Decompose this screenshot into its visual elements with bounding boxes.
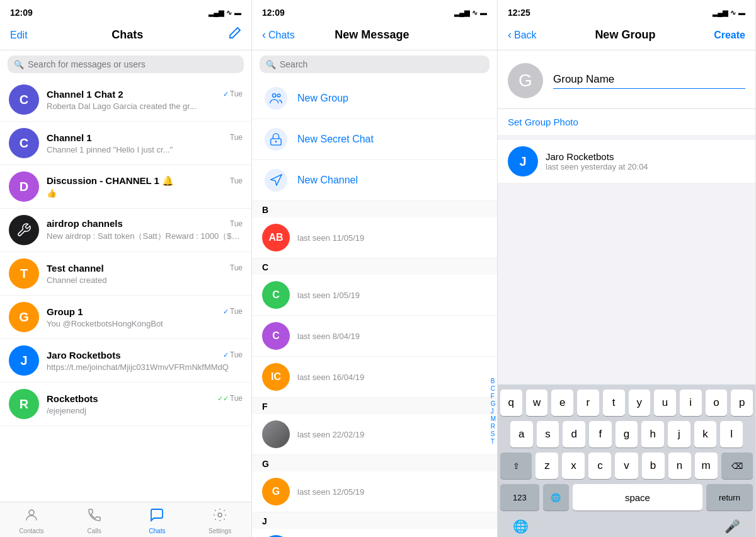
key-123[interactable]: 123 xyxy=(500,484,539,511)
chat-item[interactable]: D Discussion - CHANNEL 1 🔔 Tue 👍 xyxy=(0,165,251,209)
contact-avatar-photo xyxy=(262,420,290,448)
chat-item[interactable]: J Jaro Rocketbots ✓ Tue https://t.me/joi… xyxy=(0,339,251,383)
contact-item[interactable]: C last seen 1/05/19 xyxy=(252,275,497,316)
tab-contacts[interactable]: Contacts xyxy=(0,506,63,536)
nav-bar-1: Edit Chats xyxy=(0,23,251,50)
back-chevron-icon: ‹ xyxy=(262,28,266,42)
key-o[interactable]: o xyxy=(706,390,728,416)
menu-item-new-secret-chat[interactable]: New Secret Chat xyxy=(252,119,497,160)
svg-point-0 xyxy=(29,510,34,515)
svg-point-3 xyxy=(277,94,280,97)
nav-bar-2: ‹ Chats New Message xyxy=(252,23,497,50)
back-chats-label: Chats xyxy=(268,30,295,41)
back-button[interactable]: ‹ Back xyxy=(508,28,537,42)
search-bar-1[interactable]: 🔍 xyxy=(8,55,244,73)
menu-icon-new-channel xyxy=(265,169,287,192)
settings-tab-icon xyxy=(212,507,227,526)
group-setup: G xyxy=(498,50,755,109)
chat-name: Discussion - CHANNEL 1 🔔 xyxy=(47,175,174,187)
new-message-title: New Message xyxy=(335,28,409,42)
tab-calls[interactable]: Calls xyxy=(63,506,126,536)
key-p[interactable]: p xyxy=(731,390,753,416)
chat-time: Tue xyxy=(230,90,243,98)
signal-icon-3: ▂▄▆ xyxy=(713,9,728,17)
contact-item[interactable]: J last seen yesterday at 20:04 xyxy=(252,529,497,537)
new-message-panel: 12:09 ▂▄▆ ∿ ▬ ‹ Chats New Message 🔍 New … xyxy=(252,0,498,537)
key-b[interactable]: b xyxy=(642,453,665,479)
key-s[interactable]: s xyxy=(537,421,559,448)
key-u[interactable]: u xyxy=(654,390,676,416)
contact-item[interactable]: C last seen 8/04/19 xyxy=(252,316,497,357)
menu-icon-new-secret-chat xyxy=(265,128,287,151)
chat-item[interactable]: airdrop channels Tue New airdrop : Satt … xyxy=(0,209,251,252)
key-shift[interactable]: ⇧ xyxy=(500,453,532,479)
compose-icon[interactable] xyxy=(227,26,241,43)
chat-time: Tue xyxy=(230,263,243,272)
key-l[interactable]: l xyxy=(720,421,743,448)
key-h[interactable]: h xyxy=(641,421,664,448)
bottom-tabs: Contacts Calls Chats xyxy=(0,502,251,537)
wifi-icon-1: ∿ xyxy=(226,9,232,17)
section-header-B: B xyxy=(252,201,497,217)
menu-label-new-secret-chat: New Secret Chat xyxy=(297,134,374,145)
key-j[interactable]: j xyxy=(668,421,690,448)
key-d[interactable]: d xyxy=(563,421,585,448)
back-to-chats-button[interactable]: ‹ Chats xyxy=(262,28,295,42)
chat-item[interactable]: T Test channel Tue Channel created xyxy=(0,252,251,296)
search-input-2[interactable] xyxy=(280,59,483,69)
chat-time: Tue xyxy=(230,176,243,185)
chat-time: Tue xyxy=(230,307,243,316)
group-avatar[interactable]: G xyxy=(508,63,543,98)
key-x[interactable]: x xyxy=(562,453,585,479)
key-m[interactable]: m xyxy=(695,453,718,479)
key-e[interactable]: e xyxy=(551,390,573,416)
key-k[interactable]: k xyxy=(694,421,717,448)
contact-item[interactable]: IC last seen 16/04/19 xyxy=(252,357,497,398)
key-a[interactable]: a xyxy=(510,421,533,448)
key-r[interactable]: r xyxy=(577,390,599,416)
keyboard-row-1: q w e r t y u i o p xyxy=(500,390,753,416)
tab-settings[interactable]: Settings xyxy=(188,506,251,536)
chat-item[interactable]: R Rocketbots ✓✓ Tue /ejejenendj xyxy=(0,383,251,426)
chat-item[interactable]: G Group 1 ✓ Tue You @RocketbotsHongKongB… xyxy=(0,296,251,339)
tab-chats[interactable]: Chats xyxy=(126,506,189,536)
new-group-panel: 12:25 ▂▄▆ ∿ ▬ ‹ Back New Group Create G … xyxy=(498,0,756,537)
key-return[interactable]: return xyxy=(706,484,753,511)
menu-item-new-channel[interactable]: New Channel xyxy=(252,160,497,201)
key-y[interactable]: y xyxy=(629,390,651,416)
search-bar-2[interactable]: 🔍 xyxy=(260,55,490,73)
chat-item[interactable]: C Channel 1 Chat 2 ✓ Tue Roberta Dal Lag… xyxy=(0,78,251,122)
contact-item[interactable]: last seen 22/02/19 xyxy=(252,414,497,455)
key-t[interactable]: t xyxy=(603,390,625,416)
contact-info: last seen 12/05/19 xyxy=(297,487,364,497)
group-name-input[interactable] xyxy=(553,73,745,89)
search-icon-1: 🔍 xyxy=(14,60,24,69)
key-backspace[interactable]: ⌫ xyxy=(721,453,753,479)
contact-avatar: IC xyxy=(262,363,290,391)
new-group-title: New Group xyxy=(595,28,655,42)
set-group-photo-button[interactable]: Set Group Photo xyxy=(498,109,755,140)
key-globe[interactable]: 🌐 xyxy=(543,484,569,511)
key-g[interactable]: g xyxy=(616,421,638,448)
key-n[interactable]: n xyxy=(668,453,691,479)
edit-button[interactable]: Edit xyxy=(10,30,28,41)
contacts-tab-icon xyxy=(24,507,39,526)
menu-item-new-group[interactable]: New Group xyxy=(252,78,497,119)
chat-item[interactable]: C Channel 1 Tue Channel 1 pinned "Hello … xyxy=(0,122,251,165)
key-v[interactable]: v xyxy=(615,453,638,479)
search-input-1[interactable] xyxy=(28,59,238,69)
key-w[interactable]: w xyxy=(526,390,548,416)
key-f[interactable]: f xyxy=(589,421,612,448)
contact-item[interactable]: AB last seen 11/05/19 xyxy=(252,217,497,258)
member-name: Jaro Rocketbots xyxy=(546,151,745,162)
key-space[interactable]: space xyxy=(573,484,702,511)
chat-content: Jaro Rocketbots ✓ Tue https://t.me/joinc… xyxy=(47,350,243,372)
key-c[interactable]: c xyxy=(588,453,611,479)
contact-item[interactable]: G last seen 12/05/19 xyxy=(252,471,497,512)
signal-icon-1: ▂▄▆ xyxy=(209,9,224,17)
keyboard[interactable]: q w e r t y u i o p a s d f g h j k l ⇧ … xyxy=(498,384,755,537)
key-i[interactable]: i xyxy=(680,390,702,416)
key-q[interactable]: q xyxy=(500,390,522,416)
key-z[interactable]: z xyxy=(536,453,558,479)
create-button[interactable]: Create xyxy=(714,30,745,41)
